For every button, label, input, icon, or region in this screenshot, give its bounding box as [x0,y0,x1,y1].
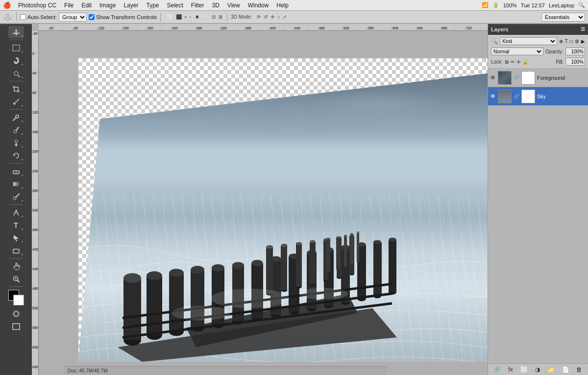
menu-select[interactable]: Select [163,1,186,9]
eraser-tool[interactable]: ▾ [8,165,24,177]
blend-mode-select[interactable]: Normal Multiply Screen Overlay [491,47,543,55]
workspace-dropdown[interactable]: Essentials Photography [541,13,585,22]
show-transform-checkbox[interactable] [89,14,95,20]
move-tool[interactable]: ▾ [8,26,24,38]
lock-position-btn[interactable]: ✛ [516,59,520,65]
layer-item-sky[interactable]: 👁 🔗 Sky [488,87,588,106]
svg-rect-136 [123,279,141,340]
align-right[interactable]: ▪ [184,14,188,20]
svg-text:440: 440 [294,26,300,30]
eyedropper-tool[interactable]: ▾ [8,95,24,108]
align-center-v[interactable]: ◾ [193,14,201,20]
fill-input[interactable] [565,58,585,66]
auto-select-checkbox[interactable] [20,14,26,20]
3d-icons: ⟳ ↺ ✛ ↕ ⤢ [256,14,288,20]
kind-icon-smart[interactable]: ⚙ [575,39,579,44]
menu-view[interactable]: View [224,1,244,9]
align-top[interactable]: ▫ [189,14,193,20]
color-swatches[interactable] [8,290,24,305]
menu-edit[interactable]: Edit [78,1,95,9]
menu-filter[interactable]: Filter [188,1,208,9]
delete-layer-btn[interactable]: 🗑 [574,365,584,374]
lock-all-btn[interactable]: 🔒 [522,59,528,65]
menu-window[interactable]: Window [245,1,272,9]
show-transform-label[interactable]: Show Transform Controls [89,14,157,20]
apple-logo[interactable]: 🍎 [3,1,11,9]
gradient-tool[interactable]: ▾ [8,178,24,190]
marquee-rect-tool[interactable]: ▾ [8,42,24,54]
layer-kind-select[interactable]: Kind Name Effect [500,37,557,45]
status-text: Doc: 45.7M/45.7M [68,368,108,374]
align-left[interactable]: ⬜ [166,14,174,20]
align-bottom[interactable]: ◽ [202,14,210,20]
kind-icon-shape[interactable]: □ [570,39,573,44]
kind-icon-px[interactable]: ⊕ [559,39,563,44]
menu-file[interactable]: File [61,1,77,9]
distribute-h[interactable]: ⊟ [211,14,217,20]
auto-select-label[interactable]: Auto-Select: [20,14,57,20]
svg-rect-80 [32,31,39,375]
layer-vis-sky[interactable]: 👁 [490,93,496,100]
wifi-icon: 📶 [482,2,489,8]
blend-opacity-row: Normal Multiply Screen Overlay Opacity: [491,47,585,56]
layers-panel-close[interactable]: ☰ [581,26,585,32]
zoom-level: 100% [503,2,517,8]
svg-point-146 [191,266,204,274]
hand-tool[interactable] [8,260,24,272]
new-adjustment-btn[interactable]: ◑ [533,365,542,374]
layer-item-foreground[interactable]: 👁 🔗 Foreground [488,69,588,87]
layer-vis-foreground[interactable]: 👁 [490,74,496,81]
menu-type[interactable]: Type [143,1,162,9]
clone-stamp-tool[interactable]: ▾ [8,137,24,149]
quick-select-tool[interactable]: ▾ [8,67,24,79]
kind-icon-type[interactable]: T [565,39,568,44]
svg-text:520: 520 [343,26,349,30]
auto-select-dropdown[interactable]: Group Layer [59,13,87,22]
distribute-v[interactable]: ⊞ [218,14,223,20]
lock-image-btn[interactable]: ✏ [511,59,514,65]
layer-fx-btn[interactable]: fx [506,365,514,374]
screen-mode-toggle[interactable] [8,320,24,332]
type-tool[interactable]: T ▾ [8,219,24,231]
svg-text:160: 160 [123,26,129,30]
new-group-btn[interactable]: 📁 [545,365,557,374]
path-select-tool[interactable]: ▾ [8,232,24,244]
3d-scale[interactable]: ⤢ [282,14,288,20]
menu-help[interactable]: Help [273,1,292,9]
menu-image[interactable]: Image [96,1,119,9]
crop-tool[interactable]: ▾ [8,83,24,95]
menu-layer[interactable]: Layer [120,1,142,9]
3d-pan[interactable]: ✛ [270,14,275,20]
menu-3d[interactable]: 3D [209,1,223,9]
search-icon[interactable]: 🔍 [578,2,585,8]
history-brush-tool[interactable]: ▾ [8,149,24,162]
add-mask-btn[interactable]: ⬜ [518,365,530,374]
shape-tool[interactable]: ▾ [8,244,24,257]
svg-text:80: 80 [32,91,36,94]
spot-heal-tool[interactable]: ▾ [8,111,24,123]
canvas[interactable] [78,58,488,362]
link-layers-btn[interactable]: 🔗 [491,365,503,374]
opacity-input[interactable] [565,47,585,55]
svg-rect-142 [169,273,184,331]
new-layer-btn[interactable]: 📄 [560,365,571,374]
quick-mask-toggle[interactable] [8,307,24,320]
3d-roll[interactable]: ↺ [263,14,269,20]
menu-app-name[interactable]: Photoshop CC [15,1,60,9]
background-color[interactable] [13,295,24,305]
svg-marker-16 [14,235,19,241]
lasso-tool[interactable]: ▾ [8,54,24,67]
dodge-tool[interactable]: ▾ [8,190,24,203]
svg-text:600: 600 [32,346,38,349]
layer-chain-foreground: 🔗 [514,75,519,80]
svg-line-4 [18,75,20,77]
brush-tool[interactable]: ▾ [8,124,24,136]
3d-slide[interactable]: ↕ [276,14,281,20]
align-center-h[interactable]: ⬛ [175,14,183,20]
kind-icon-video[interactable]: ▶ [581,39,585,44]
svg-rect-24 [13,324,20,329]
pen-tool[interactable]: ▾ [8,206,24,218]
zoom-tool[interactable] [8,273,24,285]
lock-transparent-btn[interactable]: ⊠ [505,59,509,65]
3d-rotate[interactable]: ⟳ [256,14,262,20]
